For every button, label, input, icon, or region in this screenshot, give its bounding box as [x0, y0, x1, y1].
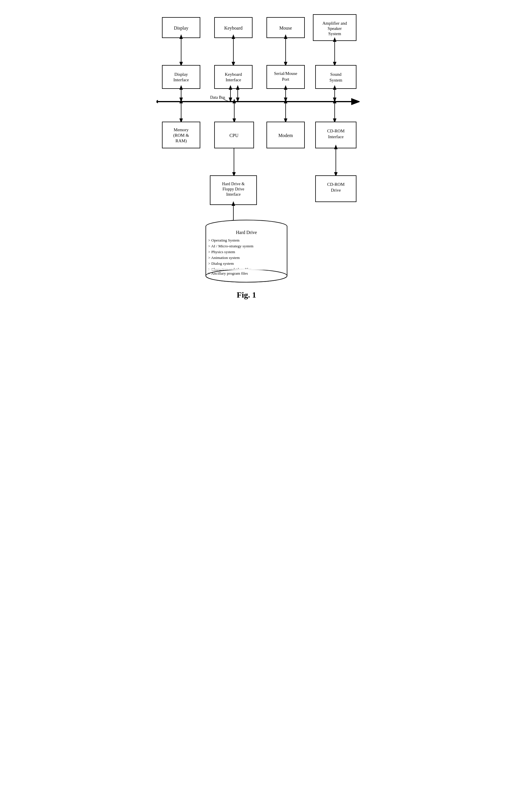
hd-item-5: > Dialog system: [208, 261, 234, 266]
diagram-svg: Display Keyboard Mouse Amplifier and Spe…: [156, 11, 360, 337]
cpu-label: CPU: [229, 133, 239, 138]
data-bus-left-arrow: [156, 100, 158, 103]
hd-item-4: > Animation system: [208, 256, 240, 260]
hd-item-3: > Physics system: [208, 250, 235, 254]
keyboard-interface-label-2: Interface: [226, 78, 241, 82]
memory-label-1: Memory: [174, 127, 189, 132]
hd-floppy-label-2: Floppy Drive: [222, 187, 244, 191]
mouse-label: Mouse: [279, 26, 292, 30]
hd-item-1: > Operating System: [208, 238, 240, 242]
hd-floppy-label-3: Interface: [226, 192, 241, 197]
memory-label-2: (ROM &: [173, 133, 189, 138]
cdrom-interface-label-2: Interface: [328, 135, 344, 139]
sound-system-label-2: System: [329, 78, 342, 83]
cdrom-interface-label-1: CD-ROM: [327, 128, 344, 133]
cdrom-drive-label-1: CD-ROM: [327, 182, 344, 187]
display-interface-label-1: Display: [174, 72, 188, 77]
keyboard-interface-box: [214, 65, 252, 89]
sound-system-box: [316, 65, 356, 89]
amplifier-label-2: Speaker: [327, 26, 341, 31]
amplifier-label-3: System: [328, 31, 341, 36]
sound-system-label-1: Sound: [330, 72, 341, 77]
hd-floppy-label-1: Hard Drive &: [222, 182, 245, 186]
display-interface-box: [162, 65, 200, 89]
modem-label: Modem: [278, 133, 293, 138]
memory-label-3: RAM): [175, 139, 187, 143]
cdrom-drive-label-2: Drive: [331, 188, 340, 193]
amplifier-label-1: Amplifier and: [322, 21, 347, 26]
data-bus-label: Data Bus: [210, 95, 225, 99]
hd-item-7: > Ancillary program files: [208, 271, 248, 276]
hd-item-2: > AI / Micro-strategy system: [208, 244, 254, 248]
diagram-container: Display Keyboard Mouse Amplifier and Spe…: [154, 6, 357, 355]
hd-title: Hard Drive: [236, 230, 257, 235]
serial-mouse-label-2: Port: [282, 77, 290, 82]
display-label: Display: [174, 26, 188, 31]
figure-label: Fig. 1: [237, 290, 256, 299]
keyboard-interface-label-1: Keyboard: [225, 72, 242, 77]
keyboard-label: Keyboard: [224, 26, 242, 31]
display-interface-label-2: Interface: [173, 78, 189, 82]
serial-mouse-label-1: Serial/Mouse: [274, 71, 297, 76]
